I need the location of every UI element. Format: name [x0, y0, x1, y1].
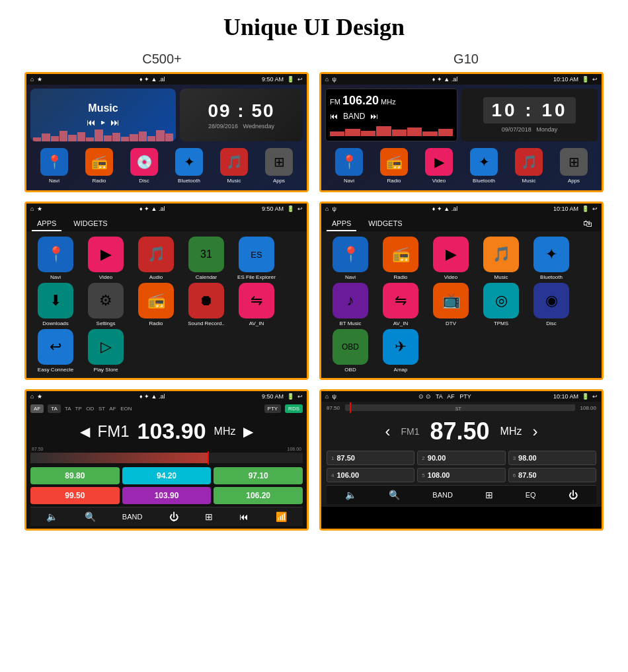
- g10-radio-band-label: FM1: [401, 426, 420, 437]
- g10-app-obd[interactable]: OBD OBD: [327, 329, 374, 373]
- radio-row: ⌂ ★ ♦ ✦ ▲ .al 9:50 AM 🔋 ↩ AF TA TA TP OD…: [10, 389, 618, 531]
- g10-preset-1[interactable]: 1 87.50: [327, 451, 414, 465]
- c500-music-controls: ⏮ ▶ ⏭: [87, 117, 120, 128]
- g10-power-icon[interactable]: ⏻: [569, 490, 578, 500]
- g10-radio-widget[interactable]: FM 106.20 MHz ⏮BAND⏭: [325, 89, 457, 141]
- c500-radio-ta[interactable]: TA: [48, 404, 61, 413]
- g10-tab-widgets[interactable]: WIDGETS: [363, 217, 407, 231]
- g10-bt-icon[interactable]: ✦ Bluetooth: [470, 148, 498, 184]
- g10-app-bt[interactable]: ✦ Bluetooth: [528, 237, 575, 280]
- g10-preset-6[interactable]: 6 87.50: [508, 468, 596, 482]
- c500-app-radio[interactable]: 📻 Radio: [132, 283, 180, 326]
- g10-eq-btn[interactable]: EQ: [526, 491, 536, 499]
- g10-radio-icon[interactable]: 📻 Radio: [380, 148, 408, 184]
- c500-apps-icon[interactable]: ⊞ Apps: [265, 148, 293, 184]
- bt-img: ✦: [175, 148, 203, 176]
- g10-video-icon[interactable]: ▶ Video: [425, 148, 453, 184]
- c500-app-avin[interactable]: ⇋ AV_IN: [233, 283, 280, 326]
- g10-app-tpms[interactable]: ◎ TPMS: [477, 283, 525, 326]
- radio-img: 📻: [85, 148, 113, 176]
- g10-app-disc[interactable]: ◉ Disc: [528, 283, 575, 326]
- c500-app-video[interactable]: ▶ Video: [82, 237, 130, 280]
- c500-radio-content: AF TA TA TP OD ST AF EON PTY RDS ◀ FM1 1…: [26, 402, 307, 529]
- c500-radio-presets: 89.80 94.20 97.10 99.50 103.90 106.20: [30, 467, 303, 504]
- g10-preset-3[interactable]: 3 98.00: [508, 451, 596, 465]
- c500-radio-prev[interactable]: ◀: [80, 424, 90, 439]
- c500-app-downloads[interactable]: ⬇ Downloads: [32, 283, 79, 326]
- g10-preset-5[interactable]: 5 108.00: [417, 468, 505, 482]
- c500-radio-power[interactable]: ⏻: [169, 511, 178, 522]
- c500-preset-6[interactable]: 106.20: [214, 487, 303, 504]
- g10-apps-status: ⌂ ψ ♦ ✦ ▲ .al 10:10 AM 🔋 ↩: [321, 204, 602, 214]
- g10-radio-prev[interactable]: ‹: [385, 422, 391, 441]
- c500-radio-search[interactable]: 🔍: [85, 511, 96, 522]
- c500-preset-5[interactable]: 103.90: [122, 487, 212, 504]
- g10-band-btn[interactable]: BAND: [432, 491, 453, 499]
- g10-store-icon[interactable]: 🛍: [579, 217, 596, 231]
- c500-home-content: Music ⏮ ▶ ⏭: [26, 85, 307, 190]
- c500-disc-icon[interactable]: 💿 Disc: [130, 148, 158, 184]
- c500-app-settings[interactable]: ⚙ Settings: [82, 283, 130, 326]
- g10-app-btmusic[interactable]: ♪ BT Music: [327, 283, 374, 326]
- g10-status-time: 10:10 AM 🔋 ↩: [553, 76, 598, 83]
- c500-preset-3[interactable]: 97.10: [214, 467, 303, 484]
- c500-app-calendar[interactable]: 31 Calendar: [182, 237, 230, 280]
- g10-preset-2[interactable]: 2 90.00: [417, 451, 505, 465]
- c500-app-playstore[interactable]: ▷ Play Store: [82, 329, 130, 373]
- g10-app-radio[interactable]: 📻 Radio: [377, 237, 424, 280]
- c500-radio-band-label: FM1: [98, 422, 130, 441]
- g10-app-video[interactable]: ▶ Video: [427, 237, 475, 280]
- c500-status-bar: ⌂ ★ ♦ ✦ ▲ .al 9:50 AM 🔋 ↩: [26, 74, 307, 85]
- c500-radio-grid[interactable]: ⊞: [205, 511, 213, 522]
- g10-tab-apps[interactable]: APPS: [327, 217, 356, 231]
- c500-radio-af[interactable]: AF: [30, 404, 44, 413]
- g10-preset-4[interactable]: 4 106.00: [327, 468, 414, 482]
- c500-app-navi[interactable]: 📍 Navi: [32, 237, 79, 280]
- g10-search-icon[interactable]: 🔍: [389, 490, 400, 500]
- c500-tab-apps[interactable]: APPS: [32, 217, 61, 231]
- c500-preset-2[interactable]: 94.20: [122, 467, 212, 484]
- c500-preset-4[interactable]: 99.50: [30, 487, 120, 504]
- g10-radio-next[interactable]: ›: [532, 422, 537, 441]
- c500-radio-rds[interactable]: RDS: [285, 404, 303, 413]
- c500-radio-vol[interactable]: 🔈: [46, 511, 58, 522]
- g10-app-avin[interactable]: ⇋ AV_IN: [377, 283, 424, 326]
- g10-radio-status: ⌂ ψ ⊙ ⊙ TA AF PTY 10:10 AM 🔋 ↩: [321, 391, 602, 402]
- g10-clock-date: 09/07/2018 Monday: [502, 126, 558, 133]
- c500-tab-widgets[interactable]: WIDGETS: [68, 217, 112, 231]
- g10-radio-scale-bar: ST: [345, 404, 575, 411]
- g10-app-amap[interactable]: ✈ Amap: [377, 329, 424, 373]
- g10-music-icon[interactable]: 🎵 Music: [515, 148, 543, 184]
- c500-apps-tabs: APPS WIDGETS: [26, 214, 307, 231]
- home-row: ⌂ ★ ♦ ✦ ▲ .al 9:50 AM 🔋 ↩ Music ⏮ ▶ ⏭: [10, 72, 618, 192]
- c500-navi-icon[interactable]: 📍 Navi: [40, 148, 68, 184]
- page-title: Unique UI Design: [223, 13, 405, 41]
- g10-apps-tabs: APPS WIDGETS 🛍: [321, 214, 602, 231]
- c500-radio-skip[interactable]: ⏮: [239, 511, 249, 522]
- c500-music-icon[interactable]: 🎵 Music: [220, 148, 248, 184]
- navi-label: Navi: [49, 178, 59, 184]
- g10-apps-icon[interactable]: ⊞ Apps: [560, 148, 588, 184]
- col1-label: C500+: [23, 52, 301, 67]
- c500-music-bars: [30, 128, 176, 141]
- c500-radio-icon[interactable]: 📻 Radio: [85, 148, 113, 184]
- g10-navi-icon[interactable]: 📍 Navi: [335, 148, 363, 184]
- g10-apps-grid: 📍 Navi 📻 Radio ▶ Video 🎵 Music: [321, 231, 602, 378]
- c500-radio-band-btn[interactable]: BAND: [122, 513, 143, 521]
- c500-bt-icon[interactable]: ✦ Bluetooth: [175, 148, 203, 184]
- c500-music-widget[interactable]: Music ⏮ ▶ ⏭: [30, 89, 176, 141]
- c500-app-soundrecord[interactable]: ⏺ Sound Record..: [182, 283, 230, 326]
- g10-grid-icon[interactable]: ⊞: [485, 490, 493, 500]
- g10-vol-icon[interactable]: 🔈: [345, 490, 356, 500]
- c500-app-easyconnect[interactable]: ↩ Easy Connecte: [32, 329, 79, 373]
- c500-preset-1[interactable]: 89.80: [30, 467, 120, 484]
- c500-app-esfile[interactable]: ES ES File Explorer: [233, 237, 280, 280]
- c500-app-audio[interactable]: 🎵 Audio: [132, 237, 180, 280]
- bt-label: Bluetooth: [178, 178, 200, 184]
- c500-music-title: Music: [88, 102, 118, 114]
- g10-app-dtv[interactable]: 📺 DTV: [427, 283, 475, 326]
- g10-app-music[interactable]: 🎵 Music: [477, 237, 525, 280]
- c500-radio-pty[interactable]: PTY: [264, 404, 282, 413]
- c500-radio-next[interactable]: ▶: [243, 424, 253, 439]
- g10-app-navi[interactable]: 📍 Navi: [327, 237, 374, 280]
